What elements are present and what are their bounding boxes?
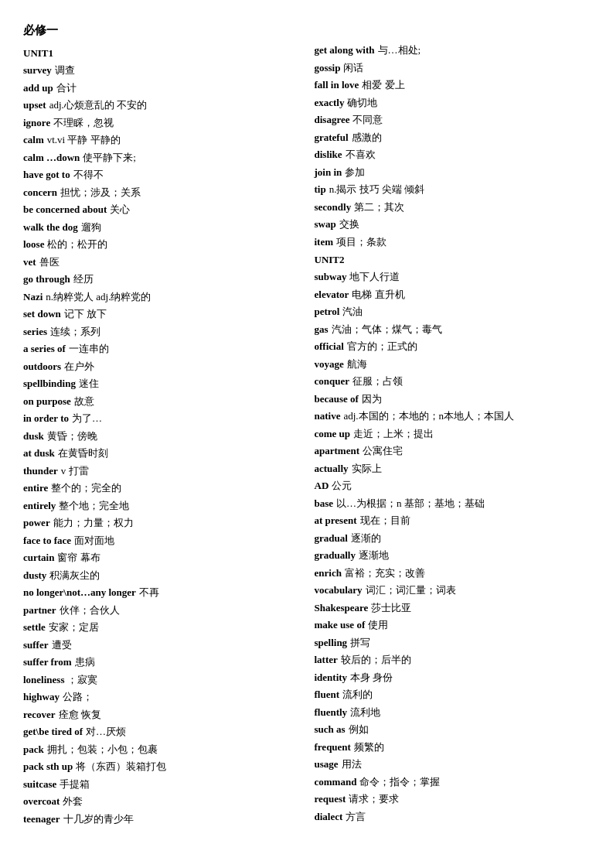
entry-term: gas xyxy=(315,322,329,337)
list-item: frequent频繁的 xyxy=(315,740,591,755)
list-item: tipn.揭示 技巧 尖端 倾斜 xyxy=(315,182,591,197)
list-item: walk the dog遛狗 xyxy=(23,220,299,235)
entry-def: 不喜欢 xyxy=(346,147,376,162)
entry-def: 将（东西）装箱打包 xyxy=(76,759,166,774)
entry-def: 记下 放下 xyxy=(64,306,107,322)
list-item: suffer遭受 xyxy=(23,637,299,653)
list-item: dusty积满灰尘的 xyxy=(23,568,299,583)
entry-def: 痊愈 恢复 xyxy=(59,707,101,723)
list-item: set down记下 放下 xyxy=(23,306,299,322)
entry-def: 逐渐地 xyxy=(359,548,389,563)
entry-term: ignore xyxy=(23,115,50,131)
entry-term: walk the dog xyxy=(23,220,78,235)
page-title: 必修一 xyxy=(23,23,590,38)
entry-def: 对…厌烦 xyxy=(86,724,126,740)
left-column: UNIT1 survey调查add up合计upsetadj.心烦意乱的 不安的… xyxy=(23,43,315,829)
list-item: curtain窗帘 幕布 xyxy=(23,550,299,566)
entry-def: 流利地 xyxy=(350,705,380,720)
entry-def: 例如 xyxy=(349,722,369,737)
entry-term: enrich xyxy=(315,566,342,581)
list-item: loneliness；寂寞 xyxy=(23,672,299,688)
list-item: upsetadj.心烦意乱的 不安的 xyxy=(23,97,299,113)
entry-term: make use of xyxy=(315,617,366,633)
entry-term: identity xyxy=(315,670,348,685)
entry-term: official xyxy=(315,339,344,354)
entry-def: adj.心烦意乱的 不安的 xyxy=(49,97,147,113)
list-item: item项目；条款 xyxy=(315,234,591,250)
entry-term: outdoors xyxy=(23,359,61,374)
entry-term: vet xyxy=(23,255,36,270)
entry-term: highway xyxy=(23,689,60,705)
list-item: no longer\not…any longer不再 xyxy=(23,585,299,600)
entry-term: apartment xyxy=(315,443,360,459)
list-item: fall in love相爱 爱上 xyxy=(315,77,591,93)
entry-term: at present xyxy=(315,513,357,528)
entry-term: loose xyxy=(23,237,44,252)
list-item: petrol汽油 xyxy=(315,304,591,320)
entry-term: because of xyxy=(315,391,359,407)
entry-term: disagree xyxy=(315,112,350,128)
entry-def: ；寂寞 xyxy=(67,672,97,688)
entry-term: base xyxy=(315,496,334,511)
left-entries: survey调查add up合计upsetadj.心烦意乱的 不安的ignore… xyxy=(23,63,299,826)
entry-term: settle xyxy=(23,620,46,635)
list-item: secondly第二；其次 xyxy=(315,200,591,215)
list-item: actually实际上 xyxy=(315,461,591,477)
entry-def: 使用 xyxy=(368,617,388,633)
entry-term: Shakespeare xyxy=(315,600,369,616)
list-item: gossip闲话 xyxy=(315,60,591,76)
entry-term: command xyxy=(315,774,357,790)
entry-def: 拼写 xyxy=(350,635,370,651)
list-item: vocabulary词汇；词汇量；词表 xyxy=(315,583,591,598)
list-item: add up合计 xyxy=(23,80,299,96)
entry-def: 迷住 xyxy=(79,376,99,391)
list-item: teenager十几岁的青少年 xyxy=(23,812,299,827)
entry-term: usage xyxy=(315,757,339,772)
list-item: at present现在；目前 xyxy=(315,513,591,528)
list-item: spellbinding迷住 xyxy=(23,376,299,391)
entry-term: fall in love xyxy=(315,77,359,93)
entry-term: request xyxy=(315,791,346,807)
list-item: such as例如 xyxy=(315,722,591,737)
entry-term: suitcase xyxy=(23,777,56,792)
list-item: swap交换 xyxy=(315,217,591,232)
entry-term: recover xyxy=(23,707,56,723)
entry-def: 交换 xyxy=(339,217,359,232)
entry-def: 手提箱 xyxy=(60,777,90,792)
entry-term: gossip xyxy=(315,60,341,76)
list-item: pack拥扎；包装；小包；包裹 xyxy=(23,742,299,757)
entry-term: face to face xyxy=(23,533,71,548)
entry-def: 逐渐的 xyxy=(351,531,381,546)
entry-def: 一连串的 xyxy=(69,341,109,357)
list-item: conquer征服；占领 xyxy=(315,374,591,389)
list-item: fluent流利的 xyxy=(315,687,591,702)
entry-def: 相爱 爱上 xyxy=(362,77,404,93)
entry-term: dusty xyxy=(23,568,46,583)
entry-def: 面对面地 xyxy=(74,533,114,548)
entry-term: frequent xyxy=(315,740,351,755)
entry-term: petrol xyxy=(315,304,340,320)
entry-term: survey xyxy=(23,63,52,78)
entry-term: suffer from xyxy=(23,654,72,670)
entry-def: 征服；占领 xyxy=(352,374,403,389)
entry-term: tip xyxy=(315,182,326,197)
list-item: dusk黄昏；傍晚 xyxy=(23,429,299,444)
entry-term: vocabulary xyxy=(315,583,363,598)
entry-def: 整个地；完全地 xyxy=(59,498,129,514)
entry-term: entirely xyxy=(23,498,56,514)
list-item: grateful感激的 xyxy=(315,130,591,145)
entry-def: adj.本国的；本地的；n本地人；本国人 xyxy=(343,408,514,424)
list-item: dialect方言 xyxy=(315,809,591,825)
entry-term: spellbinding xyxy=(23,376,76,391)
list-item: loose松的；松开的 xyxy=(23,237,299,252)
list-item: highway公路； xyxy=(23,689,299,705)
list-item: subway地下人行道 xyxy=(315,269,591,285)
entry-def: 合计 xyxy=(56,80,77,96)
entry-term: grateful xyxy=(315,130,349,145)
entry-term: latter xyxy=(315,652,338,668)
list-item: apartment公寓住宅 xyxy=(315,443,591,459)
list-item: be concerned about关心 xyxy=(23,202,299,217)
list-item: entirely整个地；完全地 xyxy=(23,498,299,514)
entry-def: 安家；定居 xyxy=(49,620,99,635)
entry-term: gradually xyxy=(315,548,356,563)
